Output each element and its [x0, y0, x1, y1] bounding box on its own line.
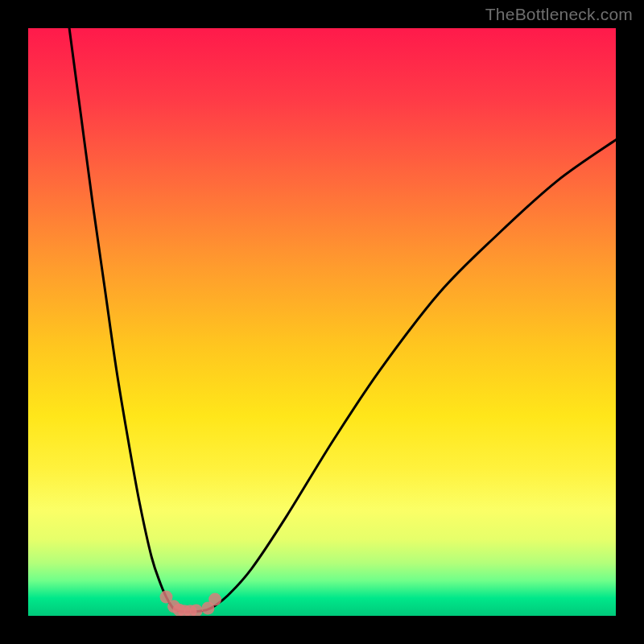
trough-dot	[208, 593, 221, 606]
trough-dots	[160, 591, 222, 616]
curve-path	[69, 28, 616, 612]
chart-frame	[0, 0, 644, 644]
plot-area	[28, 28, 616, 616]
bottleneck-curve	[28, 28, 616, 616]
watermark-text: TheBottleneck.com	[485, 5, 633, 24]
